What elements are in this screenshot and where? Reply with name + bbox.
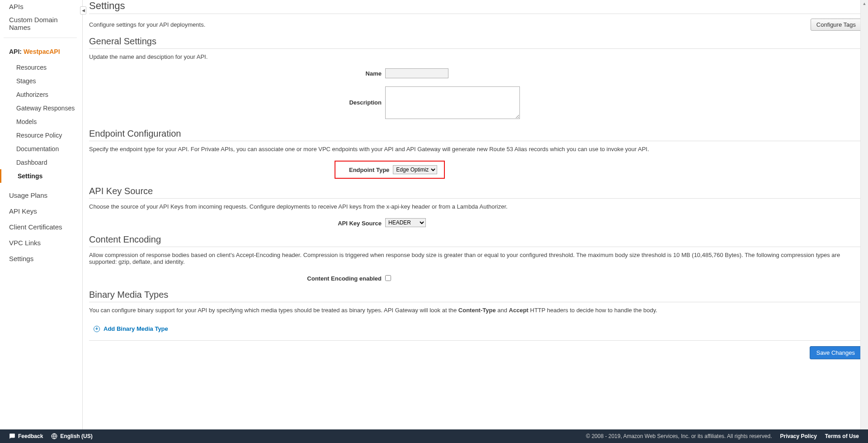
endpoint-config-desc: Specify the endpoint type for your API. … [89,146,862,152]
sidebar-item-authorizers[interactable]: Authorizers [0,88,82,101]
sidebar-lower-settings[interactable]: Settings [0,251,82,267]
content-encoding-title: Content Encoding [89,234,862,247]
endpoint-type-highlight: Endpoint Type Edge Optimized [335,161,445,179]
add-binary-link-label: Add Binary Media Type [104,325,168,332]
sidebar: ◀ APIs Custom Domain Names API: WestpacA… [0,0,83,429]
name-input[interactable] [385,68,448,78]
api-key-source-desc: Choose the source of your API Keys from … [89,203,862,210]
sidebar-item-documentation[interactable]: Documentation [0,142,82,156]
add-binary-media-type-link[interactable]: + Add Binary Media Type [94,325,168,332]
sidebar-item-models[interactable]: Models [0,115,82,129]
sidebar-item-gateway-responses[interactable]: Gateway Responses [0,101,82,115]
content-encoding-desc: Allow compression of response bodies bas… [89,252,862,265]
scroll-arrow-up-icon[interactable]: ▲ [861,0,868,8]
sidebar-top-custom-domain[interactable]: Custom Domain Names [0,13,82,34]
settings-intro: Configure settings for your API deployme… [89,17,205,33]
general-settings-desc: Update the name and desciption for your … [89,53,862,60]
sidebar-divider [4,38,77,38]
sidebar-sub-items: Resources Stages Authorizers Gateway Res… [0,61,82,183]
endpoint-type-label: Endpoint Type [349,167,389,173]
sidebar-lower-api-keys[interactable]: API Keys [0,203,82,219]
api-key-source-select[interactable]: HEADER [385,218,426,227]
sidebar-item-dashboard[interactable]: Dashboard [0,156,82,169]
api-name-link[interactable]: WestpacAPI [24,48,60,55]
endpoint-config-title: Endpoint Configuration [89,129,862,141]
description-label: Description [89,86,385,106]
sidebar-item-resources[interactable]: Resources [0,61,82,74]
plus-circle-icon: + [94,326,100,332]
sidebar-lower-usage-plans[interactable]: Usage Plans [0,187,82,203]
sidebar-lower-vpc-links[interactable]: VPC Links [0,235,82,251]
description-textarea[interactable] [385,86,520,119]
sidebar-item-stages[interactable]: Stages [0,74,82,88]
configure-tags-button[interactable]: Configure Tags [811,19,862,31]
page-title: Settings [89,0,862,14]
api-key-source-label: API Key Source [89,218,385,227]
endpoint-type-select[interactable]: Edge Optimized [393,165,437,174]
api-key-source-title: API Key Source [89,186,862,199]
sidebar-api-label: API: WestpacAPI [0,45,82,58]
content-encoding-checkbox[interactable] [385,275,391,281]
sidebar-item-settings[interactable]: Settings [0,169,82,183]
content-encoding-label: Content Encoding enabled [89,273,385,282]
binary-media-desc: You can configure binary support for you… [89,307,862,314]
save-changes-button[interactable]: Save Changes [810,346,862,359]
general-settings-title: General Settings [89,36,862,49]
binary-media-title: Binary Media Types [89,290,862,302]
name-label: Name [89,68,385,77]
api-prefix: API: [9,48,24,55]
sidebar-item-resource-policy[interactable]: Resource Policy [0,129,82,142]
vertical-scrollbar[interactable]: ▲ [860,0,868,429]
sidebar-lower-client-certs[interactable]: Client Certificates [0,219,82,235]
main-content: Settings Configure settings for your API… [83,0,868,429]
sidebar-top-apis[interactable]: APIs [0,0,82,13]
